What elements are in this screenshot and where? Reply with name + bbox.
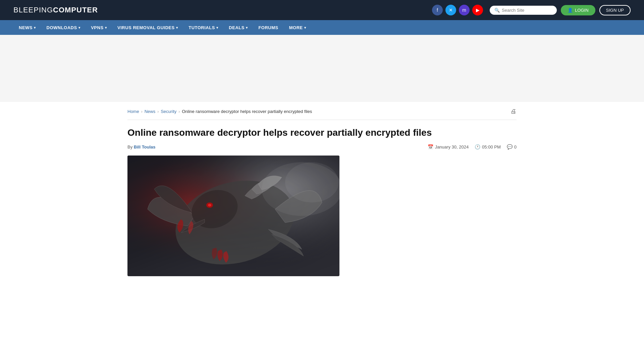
nav-item-more[interactable]: MORE ▾	[284, 20, 312, 35]
social-icons-group: f ✕ m ▶	[432, 5, 483, 15]
nav-item-tutorials[interactable]: TUTORIALS ▾	[183, 20, 223, 35]
user-icon: 👤	[568, 8, 573, 13]
time-text: 05:00 PM	[482, 144, 501, 149]
article-time: 🕐 05:00 PM	[475, 144, 501, 149]
breadcrumb-sep-2: ›	[157, 109, 159, 114]
site-header: BLEEPINGCOMPUTER f ✕ m ▶ 🔍 👤 LOGIN SIGN …	[0, 0, 644, 20]
ad-banner	[0, 35, 644, 102]
signup-label: SIGN UP	[606, 8, 624, 13]
nav-more-arrow: ▾	[304, 26, 306, 29]
comment-count: 💬 0	[507, 144, 517, 149]
nav-item-deals[interactable]: DEALS ▾	[223, 20, 253, 35]
calendar-icon: 📅	[428, 144, 433, 149]
article-date: 📅 January 30, 2024	[428, 144, 469, 149]
print-icon[interactable]: 🖨	[511, 108, 517, 115]
mastodon-icon[interactable]: m	[459, 5, 470, 15]
nav-news-label: NEWS	[19, 25, 33, 30]
hero-image	[127, 156, 339, 276]
logo-bold-text: COMPUTER	[53, 6, 98, 14]
comment-count-text: 0	[514, 144, 517, 149]
svg-point-8	[285, 162, 339, 202]
signup-button[interactable]: SIGN UP	[599, 5, 631, 15]
nav-vpns-label: VPNS	[91, 25, 103, 30]
nav-more-label: MORE	[289, 25, 303, 30]
twitter-icon[interactable]: ✕	[445, 5, 456, 15]
nav-tutorials-arrow: ▾	[216, 26, 218, 29]
nav-downloads-arrow: ▾	[78, 26, 80, 29]
login-label: LOGIN	[575, 8, 588, 13]
search-input[interactable]	[502, 8, 552, 13]
hero-svg	[127, 156, 339, 276]
nav-item-forums[interactable]: FORUMS	[253, 20, 283, 35]
header-right: f ✕ m ▶ 🔍 👤 LOGIN SIGN UP	[432, 5, 631, 15]
hero-image-inner	[127, 156, 339, 276]
search-box: 🔍	[490, 6, 557, 15]
nav-tutorials-label: TUTORIALS	[189, 25, 215, 30]
comment-icon: 💬	[507, 144, 513, 149]
article-meta-right: 📅 January 30, 2024 🕐 05:00 PM 💬 0	[428, 144, 517, 149]
article-meta-left: By Bill Toulas	[127, 144, 156, 149]
breadcrumb: Home › News › Security › Online ransomwa…	[127, 102, 517, 120]
nav-item-news[interactable]: NEWS ▾	[13, 20, 41, 35]
breadcrumb-news[interactable]: News	[145, 109, 156, 114]
youtube-icon[interactable]: ▶	[472, 5, 483, 15]
nav-virus-label: VIRUS REMOVAL GUIDES	[117, 25, 175, 30]
nav-item-virus-removal[interactable]: VIRUS REMOVAL GUIDES ▾	[112, 20, 183, 35]
author-link[interactable]: Bill Toulas	[134, 144, 156, 149]
login-button[interactable]: 👤 LOGIN	[561, 5, 595, 15]
facebook-icon[interactable]: f	[432, 5, 443, 15]
breadcrumb-sep-3: ›	[178, 109, 180, 114]
nav-deals-arrow: ▾	[246, 26, 248, 29]
nav-deals-label: DEALS	[229, 25, 245, 30]
breadcrumb-home[interactable]: Home	[127, 109, 139, 114]
article-author: By Bill Toulas	[127, 144, 156, 149]
clock-icon: 🕐	[475, 144, 480, 149]
breadcrumb-security[interactable]: Security	[161, 109, 176, 114]
nav-virus-arrow: ▾	[176, 26, 178, 29]
site-logo[interactable]: BLEEPINGCOMPUTER	[13, 6, 98, 14]
nav-vpns-arrow: ▾	[105, 26, 107, 29]
main-content: Home › News › Security › Online ransomwa…	[121, 102, 523, 276]
main-nav: NEWS ▾ DOWNLOADS ▾ VPNS ▾ VIRUS REMOVAL …	[0, 20, 644, 35]
breadcrumb-current: Online ransomware decryptor helps recove…	[182, 109, 312, 114]
nav-downloads-label: DOWNLOADS	[47, 25, 77, 30]
nav-news-arrow: ▾	[34, 26, 36, 29]
search-icon: 🔍	[494, 8, 500, 13]
date-text: January 30, 2024	[435, 144, 469, 149]
nav-forums-label: FORUMS	[258, 25, 278, 30]
article-meta: By Bill Toulas 📅 January 30, 2024 🕐 05:0…	[127, 144, 517, 149]
nav-item-downloads[interactable]: DOWNLOADS ▾	[41, 20, 86, 35]
logo-light-text: BLEEPING	[13, 6, 53, 14]
nav-item-vpns[interactable]: VPNS ▾	[86, 20, 112, 35]
breadcrumb-left: Home › News › Security › Online ransomwa…	[127, 109, 312, 114]
svg-point-6	[208, 204, 211, 206]
article-title: Online ransomware decryptor helps recove…	[127, 127, 517, 139]
breadcrumb-sep-1: ›	[141, 109, 143, 114]
